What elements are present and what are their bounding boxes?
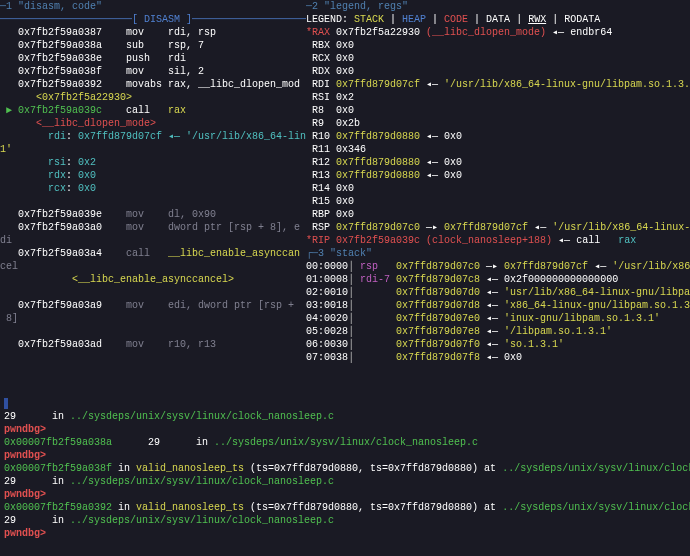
reg-line: R14 0x0	[306, 182, 690, 195]
reg-line: RDI 0x7ffd879d07cf ◂— '/usr/lib/x86_64-l…	[306, 78, 690, 91]
stack-line: 07:0038│ 0x7ffd879d07f8 ◂— 0x0	[306, 351, 690, 364]
reg-line: R12 0x7ffd879d0880 ◂— 0x0	[306, 156, 690, 169]
disasm-line: 0x7fb2f59a0387 mov rdi, rsp	[0, 26, 306, 39]
reg-line: R15 0x0	[306, 195, 690, 208]
disasm-line: ► 0x7fb2f59a039c call rax	[0, 104, 306, 117]
regs-title: ─2 "legend, regs"	[306, 0, 690, 13]
prompt-line[interactable]: pwndbg>	[4, 423, 686, 436]
disasm-line: 0x7fb2f59a039e mov dl, 0x90	[0, 208, 306, 221]
reg-line: R11 0x346	[306, 143, 690, 156]
stack-title: ┌─3 "stack"	[306, 247, 690, 260]
reg-line: RBX 0x0	[306, 39, 690, 52]
stack-line: 05:0028│ 0x7ffd879d07e8 ◂— '/libpam.so.1…	[306, 325, 690, 338]
main-line: 29 in ../sysdeps/unix/sysv/linux/clock_n…	[4, 410, 686, 423]
disasm-line: 0x7fb2f59a038a sub rsp, 7	[0, 39, 306, 52]
reg-line: R10 0x7ffd879d0880 ◂— 0x0	[306, 130, 690, 143]
bt-line: 29 in ../sysdeps/unix/sysv/linux/clock_n…	[4, 514, 686, 527]
bt-line: 0x00007fb2f59a038a 29 in ../sysdeps/unix…	[4, 436, 686, 449]
reg-line: RSI 0x2	[306, 91, 690, 104]
stack-line: 00:0000│ rsp 0x7ffd879d07c0 —▸ 0x7ffd879…	[306, 260, 690, 273]
disasm-title: ─1 "disasm, code"	[0, 0, 306, 13]
reg-line: *RAX 0x7fb2f5a22930 (__libc_dlopen_mode)…	[306, 26, 690, 39]
disasm-line: rdi: 0x7ffd879d07cf ◂— '/usr/lib/x86_64-…	[0, 130, 306, 156]
prompt-line[interactable]: pwndbg>	[4, 449, 686, 462]
disasm-line: <__libc_enable_asynccancel>	[0, 273, 306, 286]
prompt-line[interactable]: pwndbg>	[4, 488, 686, 501]
disasm-line: rsi: 0x2	[0, 156, 306, 169]
disasm-line: 0x7fb2f59a03a4 call __libc_enable_asyncc…	[0, 247, 306, 260]
main-title	[4, 397, 686, 410]
disasm-pane: ─1 "disasm, code" ──────────────────────…	[0, 0, 306, 395]
disasm-line: 0x7fb2f59a03a0 mov dword ptr [rsp + 8], …	[0, 221, 306, 234]
prompt-line[interactable]: pwndbg>	[4, 527, 686, 540]
reg-line: RDX 0x0	[306, 65, 690, 78]
disasm-line: rcx: 0x0	[0, 182, 306, 195]
stack-line: 01:0008│ rdi-7 0x7ffd879d07c8 ◂— 0x2f000…	[306, 273, 690, 286]
reg-line: R8 0x0	[306, 104, 690, 117]
disasm-line: 0x7fb2f59a03ad mov r10, r13	[0, 338, 306, 351]
reg-line: RCX 0x0	[306, 52, 690, 65]
disasm-line: 0x7fb2f59a03a9 mov edi, dword ptr [rsp +	[0, 299, 306, 312]
reg-line: RSP 0x7ffd879d07c0 —▸ 0x7ffd879d07cf ◂— …	[306, 221, 690, 234]
legend-row: LEGEND: STACK | HEAP | CODE | DATA | RWX…	[306, 13, 690, 26]
stack-line: 03:0018│ 0x7ffd879d07d8 ◂— 'x86_64-linux…	[306, 299, 690, 312]
reg-line: R13 0x7ffd879d0880 ◂— 0x0	[306, 169, 690, 182]
disasm-line: 0x7fb2f59a038e push rdi	[0, 52, 306, 65]
bt-line: 0x00007fb2f59a038f in valid_nanosleep_ts…	[4, 462, 686, 475]
disasm-header: ──────────────────────[ DISASM ]────────…	[0, 13, 306, 26]
disasm-line: rdx: 0x0	[0, 169, 306, 182]
stack-line: 02:0010│ 0x7ffd879d07d0 ◂— 'usr/lib/x86_…	[306, 286, 690, 299]
stack-line: 06:0030│ 0x7ffd879d07f0 ◂— 'so.1.3.1'	[306, 338, 690, 351]
bt-line: 29 in ../sysdeps/unix/sysv/linux/clock_n…	[4, 475, 686, 488]
disasm-line: <__libc_dlopen_mode>	[0, 117, 306, 130]
reg-line: RBP 0x0	[306, 208, 690, 221]
disasm-line: 0x7fb2f59a0392 movabs rax, __libc_dlopen…	[0, 78, 306, 91]
reg-line: *RIP 0x7fb2f59a039c (clock_nanosleep+188…	[306, 234, 690, 247]
main-pane[interactable]: 29 in ../sysdeps/unix/sysv/linux/clock_n…	[0, 395, 690, 556]
bt-line: 0x00007fb2f59a0392 in valid_nanosleep_ts…	[4, 501, 686, 514]
disasm-line: 0x7fb2f59a038f mov sil, 2	[0, 65, 306, 78]
reg-line: R9 0x2b	[306, 117, 690, 130]
stack-line: 04:0020│ 0x7ffd879d07e0 ◂— 'inux-gnu/lib…	[306, 312, 690, 325]
regs-pane: ─2 "legend, regs" LEGEND: STACK | HEAP |…	[306, 0, 690, 395]
disasm-line: <0x7fb2f5a22930>	[0, 91, 306, 104]
